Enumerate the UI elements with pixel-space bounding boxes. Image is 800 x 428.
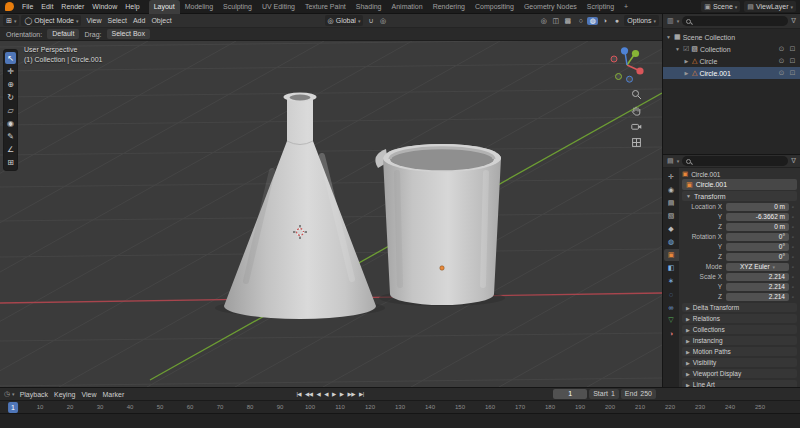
workspace-tab-uv-editing[interactable]: UV Editing [257, 0, 300, 14]
outliner-search-input[interactable] [682, 16, 788, 26]
play-button[interactable]: ▶ [332, 391, 336, 397]
panel-delta-transform[interactable]: ▶Delta Transform [682, 303, 797, 312]
properties-search-input[interactable] [682, 156, 788, 166]
shading-rendered-icon[interactable]: ● [611, 17, 622, 25]
timeline-editor-icon[interactable]: ◷ [4, 390, 10, 398]
transform-tool[interactable]: ◉ [5, 117, 16, 129]
timeline-menu-view[interactable]: View [78, 391, 99, 398]
filter-icon[interactable]: ∇ [791, 157, 796, 165]
pan-icon[interactable] [630, 104, 642, 116]
visibility-eye-icon[interactable]: ⊙ [777, 57, 786, 65]
workspace-tab-rendering[interactable]: Rendering [428, 0, 470, 14]
properties-tab-object-data[interactable]: ▽ [664, 314, 679, 326]
transform-value-field[interactable]: 0° [726, 243, 789, 251]
decorator-dot[interactable]: ◦ [789, 283, 797, 290]
transform-value-field[interactable]: 2.214 [726, 283, 789, 291]
beaker-object[interactable] [375, 144, 501, 305]
shading-material-preview-icon[interactable]: ◑ [599, 17, 610, 25]
outliner-row-circle-001[interactable]: ▶△Circle.001⊙⊡ [663, 67, 800, 79]
transform-value-field[interactable]: 2.214 [726, 293, 789, 301]
outliner-row-scene-collection[interactable]: ▼▦Scene Collection [663, 31, 800, 43]
measure-tool[interactable]: ∠ [5, 143, 16, 155]
decorator-dot[interactable]: ◦ [789, 293, 797, 300]
transform-value-field[interactable]: 0° [726, 253, 789, 261]
menu-render[interactable]: Render [57, 3, 88, 10]
frame-start-field[interactable]: Start 1 [589, 389, 619, 399]
decorator-dot[interactable]: ◦ [789, 213, 797, 220]
scene-canvas[interactable] [0, 41, 662, 387]
render-camera-icon[interactable]: ⊡ [788, 45, 797, 53]
properties-tab-object[interactable]: ▣ [664, 249, 679, 261]
properties-tab-particles[interactable]: ∗ [664, 275, 679, 287]
workspace-tab-modeling[interactable]: Modeling [180, 0, 218, 14]
scale-tool[interactable]: ▱ [5, 104, 16, 116]
visibility-eye-icon[interactable]: ⊙ [777, 69, 786, 77]
collection-checkbox[interactable]: ☑ [683, 45, 689, 53]
gizmo-y-neg[interactable] [616, 74, 622, 80]
render-camera-icon[interactable]: ⊡ [788, 57, 797, 65]
workspace-tab-texture-paint[interactable]: Texture Paint [300, 0, 351, 14]
viewport-menu-add[interactable]: Add [130, 17, 148, 24]
viewport-menu-object[interactable]: Object [148, 17, 174, 24]
menu-window[interactable]: Window [88, 3, 121, 10]
playhead[interactable]: 1 [8, 402, 18, 413]
current-frame-field[interactable]: 1 [553, 389, 587, 399]
transform-panel-header[interactable]: ▼ Transform [682, 191, 797, 201]
scene-selector[interactable]: ▣ Scene ▾ [701, 1, 740, 12]
transform-value-field[interactable]: -6.3662 m [726, 213, 789, 221]
gizmo-x-axis[interactable] [636, 67, 643, 74]
panel-collections[interactable]: ▶Collections [682, 325, 797, 334]
workspace-tab-scripting[interactable]: Scripting [582, 0, 619, 14]
decorator-dot[interactable]: ◦ [789, 253, 797, 260]
gizmo-x-neg[interactable] [611, 56, 617, 62]
show-gizmos-icon[interactable]: ◎ [538, 17, 549, 25]
shading-solid-icon[interactable]: ◍ [587, 17, 598, 25]
gizmo-y-axis[interactable] [632, 50, 639, 57]
show-overlays-icon[interactable]: ◫ [550, 17, 561, 25]
options-dropdown[interactable]: Options ▾ [624, 15, 659, 26]
jump-to-prev-keyframe-button[interactable]: ◀◀ [305, 391, 312, 397]
properties-tab-view-layer[interactable]: ▧ [664, 210, 679, 222]
decorator-dot[interactable]: ◦ [789, 233, 797, 240]
mode-dropdown-field[interactable]: XYZ Euler▾ [726, 263, 789, 271]
decorator-dot[interactable]: ◦ [789, 223, 797, 230]
workspace-tab-compositing[interactable]: Compositing [470, 0, 519, 14]
timeline-ruler[interactable]: 1 10203040506070809010011012013014015016… [0, 400, 800, 413]
rotate-tool[interactable]: ↻ [5, 91, 16, 103]
drag-setting-value[interactable]: Select Box [107, 29, 150, 39]
panel-instancing[interactable]: ▶Instancing [682, 336, 797, 345]
proportional-editing-icon[interactable]: ◎ [377, 17, 388, 25]
filter-icon[interactable]: ∇ [791, 17, 796, 25]
visibility-eye-icon[interactable]: ⊙ [777, 45, 786, 53]
orientation-setting-value[interactable]: Default [47, 29, 79, 39]
panel-motion-paths[interactable]: ▶Motion Paths [682, 347, 797, 356]
jump-to-end-button[interactable]: ▶| [359, 391, 364, 397]
properties-tab-scene[interactable]: ◆ [664, 223, 679, 235]
timeline-menu-keying[interactable]: Keying [51, 391, 78, 398]
panel-viewport-display[interactable]: ▶Viewport Display [682, 369, 797, 378]
select-box-tool[interactable]: ↖ [5, 52, 16, 64]
transform-value-field[interactable]: 0 m [726, 203, 789, 211]
breadcrumb-object-name[interactable]: Circle.001 [691, 171, 720, 178]
frame-end-field[interactable]: End 250 [621, 389, 656, 399]
play-reverse-button[interactable]: ◀ [324, 391, 328, 397]
gizmo-z-axis[interactable] [621, 47, 628, 54]
properties-tab-output[interactable]: ▤ [664, 197, 679, 209]
gizmo-z-neg[interactable] [627, 76, 633, 82]
mode-dropdown[interactable]: ◯ Object Mode ▾ [21, 15, 81, 26]
properties-tab-constraints[interactable]: ∞ [664, 301, 679, 313]
workspace-tab-animation[interactable]: Animation [387, 0, 428, 14]
viewlayer-selector[interactable]: ▤ ViewLayer ▾ [744, 1, 796, 12]
transform-value-field[interactable]: 0° [726, 233, 789, 241]
annotate-tool[interactable]: ✎ [5, 130, 16, 142]
viewport-3d[interactable]: ↖✛⊕↻▱◉✎∠⊞ User Perspective (1) Collectio… [0, 41, 662, 387]
expander-icon[interactable]: ▶ [683, 58, 690, 64]
snap-magnet-icon[interactable]: ∪ [365, 17, 376, 25]
workspace-tab-layout[interactable]: Layout [149, 0, 180, 14]
forward-frame-button[interactable]: ▶ [340, 391, 344, 397]
shading-wireframe-icon[interactable]: ○ [575, 17, 586, 25]
outliner-row-collection[interactable]: ▼☑▨Collection⊙⊡ [663, 43, 800, 55]
object-name-field[interactable]: ▣ Circle.001 [682, 179, 797, 190]
properties-tab-modifiers[interactable]: ◧ [664, 262, 679, 274]
menu-edit[interactable]: Edit [37, 3, 57, 10]
